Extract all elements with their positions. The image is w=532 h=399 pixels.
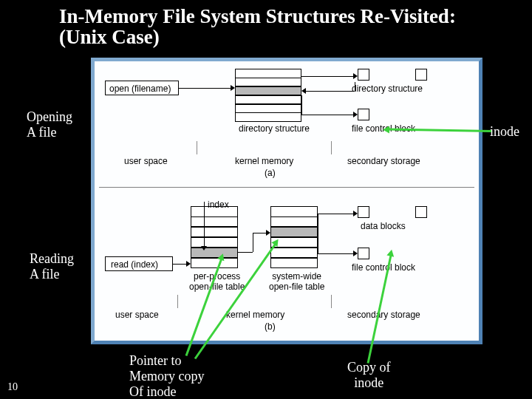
dir-slot-fill — [235, 86, 301, 95]
label-pointer: Pointer to Memory copy Of inode — [129, 353, 204, 399]
pp-slot3 — [191, 237, 238, 248]
label-inode: inode — [490, 124, 519, 140]
arrow-pp-sw2 — [253, 233, 253, 252]
label-opening: Opening A file — [27, 109, 72, 140]
arrow-sw-db-v — [318, 214, 318, 231]
dir-slot-4 — [235, 104, 301, 113]
arrow-dir-sec1 — [301, 76, 353, 77]
open-call-text: open (filename) — [109, 83, 171, 94]
arrow-dir-fcb-h — [353, 112, 358, 117]
sw-label: system-wide open-file table — [269, 271, 324, 292]
tag-a: (a) — [265, 168, 276, 178]
sw-slot1 — [270, 216, 318, 227]
index-label: index — [208, 200, 229, 210]
extra-sq-b — [415, 206, 427, 218]
col-a-1: user space — [124, 156, 168, 166]
col-b-1: user space — [115, 310, 159, 320]
arrow-dir-sec1-h — [353, 73, 358, 79]
div-b-2 — [331, 295, 332, 308]
dir-slot-1 — [235, 78, 301, 86]
arrow-sec-dir-v — [355, 82, 355, 91]
col-b-3: secondary storage — [347, 310, 420, 320]
pp-slot2 — [191, 227, 238, 237]
arrow-dir-fcb — [301, 115, 353, 115]
dir-slot-3 — [235, 95, 301, 104]
sw-slot-fill — [270, 227, 318, 237]
div-a-2 — [331, 141, 332, 154]
separator-line — [99, 187, 474, 188]
sw-slot5 — [270, 258, 318, 268]
arrow-sec-dir-h — [301, 88, 306, 94]
arrow-pp-sw1 — [238, 252, 253, 253]
arrow-sec-dir — [306, 91, 355, 92]
page-number: 10 — [7, 381, 18, 393]
arrow-read-pp-h — [186, 261, 191, 267]
arrow-open-dir-head — [231, 85, 235, 91]
arrow-dir-fcb-v — [301, 95, 302, 115]
arrow-pp-sw3 — [253, 233, 266, 233]
sw-slot4 — [270, 248, 318, 258]
col-b-2: kernel memory — [226, 310, 284, 320]
label-copyof: Copy of inode — [347, 360, 391, 391]
pp-slot5 — [191, 258, 238, 268]
arrow-read-pp — [173, 264, 186, 265]
label-reading: Reading A file — [30, 251, 74, 282]
idx-arrow-v — [204, 202, 205, 248]
div-b-1 — [177, 295, 178, 308]
arrow-sw-db — [318, 214, 353, 214]
tag-b: (b) — [265, 321, 276, 332]
col-a-2: kernel memory — [235, 156, 293, 166]
arrow-sw-fcb-v — [318, 231, 318, 253]
dir-struct-label: directory structure — [239, 123, 310, 134]
pp-slot1 — [191, 216, 238, 227]
arrow-pp-sw-h — [266, 230, 270, 236]
pp-slot-fill — [191, 248, 238, 258]
slide-title: In-Memory File System Structures Re-Visi… — [59, 6, 502, 48]
arrow-sw-fcb — [318, 253, 353, 254]
data-blocks-label: data blocks — [361, 221, 406, 231]
col-a-3: secondary storage — [347, 156, 420, 166]
diagram-panel: open (filename) directory structure dire… — [91, 58, 482, 344]
sec-dir-label: directory structure — [352, 83, 423, 94]
arrow-sw-db-h — [353, 211, 358, 216]
arrow-open-dir — [179, 88, 231, 89]
extra-sq-a — [415, 69, 427, 81]
arrow-sw-fcb-h — [353, 250, 358, 256]
fcb-b-label: file control block — [352, 262, 415, 273]
read-call-text: read (index) — [111, 259, 158, 270]
div-a-1 — [197, 141, 197, 154]
idx-arrow-head — [201, 246, 207, 250]
